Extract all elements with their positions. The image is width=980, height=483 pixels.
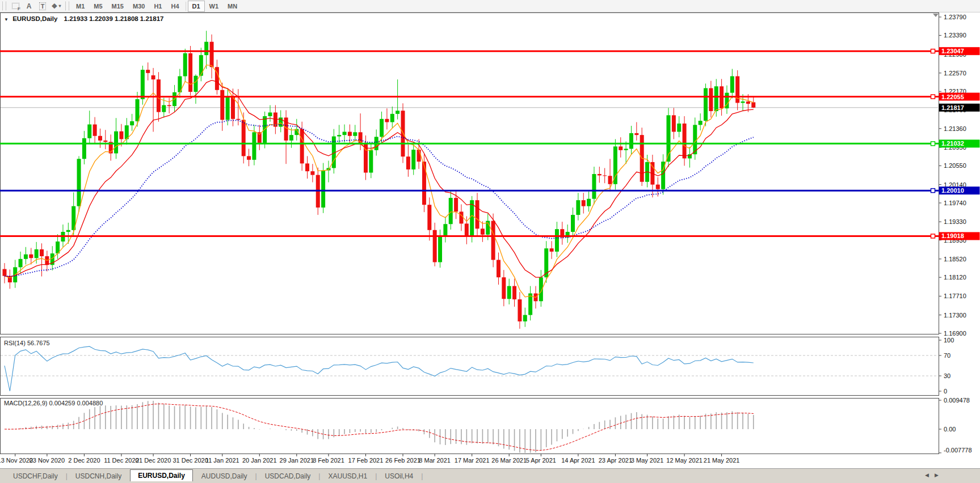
level-price-tag-text: 1.19018 bbox=[941, 232, 964, 239]
candle-body bbox=[454, 198, 458, 211]
candle-body bbox=[709, 88, 713, 111]
candle-body bbox=[114, 132, 118, 154]
candle-body bbox=[141, 70, 145, 99]
date-axis-label: 14 Apr 2021 bbox=[561, 457, 595, 464]
candle-body bbox=[598, 174, 602, 175]
price-axis-label: 1.18120 bbox=[944, 274, 966, 281]
timeframe-button-d1[interactable]: D1 bbox=[188, 1, 205, 12]
level-line-handle[interactable] bbox=[931, 49, 935, 53]
candle-body bbox=[199, 55, 203, 75]
candle-body bbox=[24, 255, 28, 259]
timeframe-button-m5[interactable]: M5 bbox=[89, 1, 107, 11]
candle-body bbox=[592, 174, 596, 199]
label-box-tool-button[interactable]: T bbox=[36, 1, 49, 11]
candle-body bbox=[751, 102, 755, 107]
timeframe-button-m15[interactable]: M15 bbox=[107, 1, 128, 11]
candle-body bbox=[157, 79, 161, 112]
macd-panel[interactable] bbox=[1, 399, 939, 454]
candle-body bbox=[119, 132, 123, 139]
candle-body bbox=[103, 141, 107, 142]
candle-body bbox=[204, 42, 208, 55]
price-axis-label: 1.17710 bbox=[944, 293, 966, 299]
timeframe-button-h4[interactable]: H4 bbox=[166, 1, 183, 11]
tab-usoil-h4[interactable]: USOil,H4 bbox=[377, 471, 420, 481]
rsi-panel[interactable] bbox=[1, 337, 939, 396]
text-annotation-tool-button[interactable]: A bbox=[22, 1, 36, 11]
tab-separator: | bbox=[255, 471, 257, 481]
tab-xauusd-h1[interactable]: XAUUSD,H1 bbox=[321, 471, 375, 481]
level-line-handle[interactable] bbox=[931, 189, 935, 193]
candle-body bbox=[226, 96, 230, 120]
candle-body bbox=[683, 124, 687, 159]
candle-body bbox=[476, 200, 480, 228]
text-a-icon: A bbox=[27, 2, 32, 10]
candle-body bbox=[210, 42, 214, 67]
candle-body bbox=[576, 200, 580, 215]
date-axis-label: 12 May 2021 bbox=[666, 457, 703, 464]
price-axis-label: 1.20550 bbox=[944, 162, 966, 169]
tabs-scroll-left-icon[interactable]: ◀ bbox=[925, 472, 929, 478]
level-price-tag-text: 1.22055 bbox=[941, 94, 964, 100]
candle-body bbox=[194, 76, 197, 92]
rsi-indicator-label: RSI(14) 56.7675 bbox=[4, 340, 50, 346]
date-axis-label: 21 Dec 2020 bbox=[136, 457, 171, 464]
date-axis-label: 3 May 2021 bbox=[631, 457, 663, 464]
drawing-tools-group: FAT❖▾ bbox=[9, 1, 63, 11]
level-line-handle[interactable] bbox=[931, 142, 935, 146]
candle-body bbox=[672, 115, 676, 132]
tab-usdcad-daily[interactable]: USDCAD,Daily bbox=[258, 471, 318, 481]
tab-eurusd-daily[interactable]: EURUSD,Daily bbox=[130, 469, 193, 481]
shapes-dropdown-tool-button[interactable]: ❖▾ bbox=[49, 1, 63, 11]
date-axis-label: 8 Mar 2021 bbox=[419, 457, 451, 464]
tabs-scroll-right-icon[interactable]: ▶ bbox=[935, 472, 939, 478]
candle-body bbox=[497, 260, 500, 277]
timeframe-button-m30[interactable]: M30 bbox=[128, 1, 149, 11]
chart-canvas[interactable]: 1.237901.233901.229801.225701.221701.217… bbox=[0, 0, 980, 483]
candle-body bbox=[470, 200, 474, 237]
date-axis-label: 11 Jan 2021 bbox=[205, 457, 239, 464]
timeframe-button-m1[interactable]: M1 bbox=[71, 1, 89, 11]
tab-usdcnh-daily[interactable]: USDCNH,Daily bbox=[68, 471, 129, 481]
main-chart-panel[interactable] bbox=[1, 13, 939, 334]
tab-usdchf-daily[interactable]: USDCHF,Daily bbox=[6, 471, 65, 481]
timeframe-button-h1[interactable]: H1 bbox=[149, 1, 166, 11]
symbol-tabs: USDCHF,Daily|USDCNH,Daily EURUSD,Daily A… bbox=[6, 470, 423, 481]
candle-body bbox=[252, 132, 256, 160]
candle-body bbox=[507, 286, 511, 299]
candle-body bbox=[3, 269, 7, 276]
candle-body bbox=[571, 215, 575, 232]
candle-body bbox=[730, 76, 734, 92]
timeframe-button-mn[interactable]: MN bbox=[223, 1, 242, 11]
toolbar-grip[interactable] bbox=[65, 2, 69, 10]
level-line-handle[interactable] bbox=[931, 234, 935, 238]
candle-body bbox=[183, 53, 187, 76]
timeframe-button-w1[interactable]: W1 bbox=[205, 1, 224, 11]
toolbar-grip[interactable] bbox=[2, 2, 6, 10]
macd-indicator-label: MACD(12,26,9) 0.004259 0.004880 bbox=[4, 400, 103, 406]
date-axis-label: 26 Feb 2021 bbox=[385, 457, 420, 464]
candle-body bbox=[449, 198, 453, 224]
candle-body bbox=[555, 229, 559, 252]
tab-separator: | bbox=[375, 471, 377, 481]
collapse-one-click-icon[interactable]: ▼ bbox=[4, 17, 9, 22]
candle-body bbox=[587, 199, 591, 206]
dropdown-caret-icon: ▾ bbox=[58, 3, 61, 9]
candle-body bbox=[465, 223, 469, 236]
cursor-grid-tool-button[interactable]: F bbox=[9, 1, 22, 11]
shapes-icon: ❖ bbox=[52, 2, 58, 10]
tab-separator: | bbox=[66, 471, 68, 481]
symbol-tab-bar: USDCHF,Daily|USDCNH,Daily EURUSD,Daily A… bbox=[0, 468, 980, 483]
candle-body bbox=[550, 248, 554, 252]
candle-body bbox=[40, 249, 44, 256]
boxed-t-icon: T bbox=[39, 2, 47, 10]
candle-body bbox=[582, 200, 586, 206]
candle-body bbox=[390, 114, 394, 122]
candle-body bbox=[66, 230, 70, 232]
price-axis-label: 1.22570 bbox=[944, 70, 966, 77]
level-line-handle[interactable] bbox=[931, 95, 935, 99]
candle-body bbox=[603, 175, 607, 176]
candle-body bbox=[502, 277, 506, 299]
tab-audusd-daily[interactable]: AUDUSD,Daily bbox=[194, 471, 255, 481]
candle-body bbox=[427, 205, 431, 230]
candle-body bbox=[608, 176, 612, 184]
